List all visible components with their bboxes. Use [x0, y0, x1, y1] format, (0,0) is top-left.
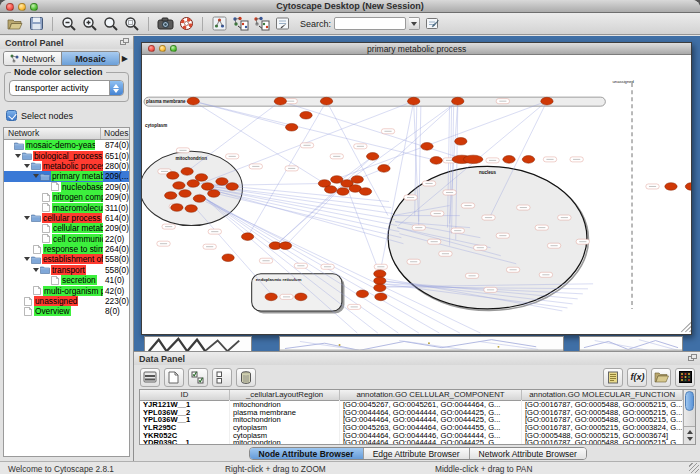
expand-triangle-icon[interactable]	[24, 164, 30, 168]
network-node[interactable]	[226, 183, 238, 191]
copy-layout-a-icon[interactable]	[231, 15, 249, 33]
expand-triangle-icon[interactable]	[33, 174, 39, 178]
tree-row-metabolic-process[interactable]: metabolic process280(0)	[4, 161, 129, 171]
tree-row-multi-organism-pro[interactable]: multi-organism pro42(0)	[4, 285, 129, 295]
float-panel-icon[interactable]	[120, 38, 129, 46]
network-node[interactable]	[300, 111, 312, 119]
network-node[interactable]	[171, 204, 183, 212]
window-resize-grip[interactable]	[681, 322, 691, 332]
network-edge[interactable]	[280, 101, 461, 158]
network-node[interactable]	[359, 188, 371, 196]
network-node[interactable]	[375, 293, 387, 301]
network-node[interactable]	[374, 284, 386, 292]
table-row-ydr039c__1[interactable]: YDR039C__1mitochondrion[GO:0044464, GO:0…	[140, 439, 683, 444]
open-session-icon[interactable]	[6, 15, 24, 33]
network-node[interactable]	[265, 293, 277, 301]
background-window-2[interactable]	[279, 336, 564, 351]
zoom-in-icon[interactable]	[81, 15, 99, 33]
tree-row-response-to-stimulu[interactable]: response to stimulu264(0)	[4, 244, 129, 254]
resize-grip[interactable]	[689, 463, 699, 473]
network-node[interactable]	[407, 97, 419, 105]
network-node[interactable]	[241, 233, 253, 241]
network-node[interactable]	[208, 190, 220, 198]
net-zoom-button[interactable]	[170, 45, 177, 52]
background-window-1[interactable]	[144, 336, 252, 351]
tree-row-secretion[interactable]: secretion41(0)	[4, 275, 129, 285]
close-button[interactable]	[6, 3, 14, 11]
network-node[interactable]	[455, 137, 467, 145]
tree-row-transport[interactable]: transport558(0)	[4, 265, 129, 275]
new-attribute-icon[interactable]	[164, 368, 184, 387]
network-view-window[interactable]: primary metabolic process plasma membran…	[141, 42, 692, 335]
network-edge[interactable]	[193, 101, 436, 160]
network-node[interactable]	[366, 153, 378, 161]
snapshot-icon[interactable]	[156, 15, 174, 33]
network-node[interactable]	[167, 172, 179, 180]
zoom-selected-region-icon[interactable]	[123, 15, 141, 33]
import-attributes-icon[interactable]	[651, 368, 671, 387]
search-options-icon[interactable]	[423, 15, 441, 33]
control-panel-tab-mosaic[interactable]: Mosaic	[61, 52, 119, 65]
zoom-out-icon[interactable]	[60, 15, 78, 33]
network-node[interactable]	[374, 277, 386, 285]
network-node[interactable]	[165, 192, 177, 200]
network-node[interactable]	[173, 182, 185, 190]
select-attributes-icon[interactable]	[140, 368, 160, 387]
help-icon[interactable]	[177, 15, 195, 33]
tab-overflow-arrow[interactable]: ▶	[120, 54, 130, 63]
attribute-editor-icon[interactable]	[603, 368, 623, 387]
tree-row-primary-metabol[interactable]: primary metabol209(...	[4, 171, 129, 181]
tab-node-attribute-browser[interactable]: Node Attribute Browser	[250, 448, 363, 459]
table-column-header[interactable]: _cellularLayoutRegion	[230, 390, 340, 400]
network-node[interactable]	[195, 174, 207, 182]
tree-row-cellular-process[interactable]: cellular process614(0)	[4, 213, 129, 223]
zoom-fit-icon[interactable]	[102, 15, 120, 33]
tree-row-overview[interactable]: Overview8(0)	[4, 306, 129, 316]
unselect-all-attributes-icon[interactable]	[212, 368, 232, 387]
network-node[interactable]	[320, 97, 332, 105]
float-panel-icon[interactable]	[688, 354, 697, 362]
network-node[interactable]	[193, 195, 205, 203]
network-node[interactable]	[421, 143, 433, 151]
scrollbar-arrows[interactable]	[684, 426, 695, 444]
tab-network-attribute-browser[interactable]: Network Attribute Browser	[469, 448, 586, 459]
tree-row-nucleobase-[interactable]: nucleobase-209(0)	[4, 182, 129, 192]
network-node[interactable]	[665, 183, 677, 191]
tree-row-biological-process[interactable]: biological_process651(0)	[4, 150, 129, 160]
network-edge[interactable]	[208, 191, 402, 237]
expand-triangle-icon[interactable]	[33, 268, 39, 272]
tree-col-nodes[interactable]: Nodes	[101, 128, 129, 139]
network-node[interactable]	[286, 123, 298, 131]
network-node[interactable]	[179, 190, 191, 198]
select-nodes-checkbox[interactable]	[6, 110, 17, 121]
scrollbar-thumb[interactable]	[685, 391, 694, 411]
network-node[interactable]	[522, 156, 534, 164]
tree-col-network[interactable]: Network	[4, 128, 101, 139]
attribute-matrix-icon[interactable]	[675, 368, 695, 387]
network-node[interactable]	[374, 270, 386, 278]
copy-layout-b-icon[interactable]	[252, 15, 270, 33]
network-canvas[interactable]: plasma membranecytoplasmmitochondrionnuc…	[142, 55, 691, 334]
background-window-3[interactable]	[579, 336, 683, 351]
zoom-window-button[interactable]	[30, 3, 38, 11]
table-column-header[interactable]: ID	[140, 390, 230, 400]
control-panel-tab-network[interactable]: Network	[4, 52, 61, 65]
tree-row-nitrogen-compo[interactable]: nitrogen compo209(0)	[4, 192, 129, 202]
network-node-wide[interactable]	[463, 155, 482, 163]
search-dropdown-button[interactable]	[409, 17, 420, 30]
net-minimize-button[interactable]	[159, 45, 166, 52]
network-node[interactable]	[378, 165, 390, 173]
node-color-dropdown[interactable]: transporter activity	[9, 80, 124, 96]
network-node[interactable]	[295, 293, 307, 301]
expand-triangle-icon[interactable]	[15, 154, 21, 158]
tree-row-unassigned[interactable]: unassigned223(0)	[4, 296, 129, 306]
net-close-button[interactable]	[148, 45, 155, 52]
network-node[interactable]	[503, 156, 515, 164]
tree-row-mosaic-demo-yeast[interactable]: mosaic-demo-yeast874(0)	[4, 140, 129, 150]
network-node[interactable]	[274, 97, 286, 105]
table-column-header[interactable]: annotation.GO CELLULAR_COMPONENT	[340, 390, 522, 400]
network-node[interactable]	[222, 254, 234, 262]
tree-row-macromolecule[interactable]: macromolecule311(0)	[4, 202, 129, 212]
expand-triangle-icon[interactable]	[24, 257, 30, 261]
expand-triangle-icon[interactable]	[24, 216, 30, 220]
